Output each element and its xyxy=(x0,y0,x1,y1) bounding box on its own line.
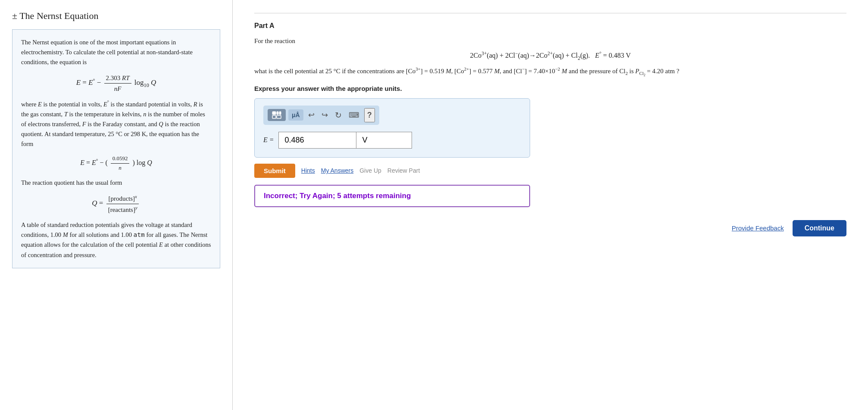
formula-simplified: E = E° − ( 0.0592 n ) log Q xyxy=(21,154,211,173)
answer-input[interactable] xyxy=(278,132,356,149)
my-answers-link[interactable]: My Answers xyxy=(321,167,353,174)
eq-label: E = xyxy=(263,136,274,144)
answer-container: μÅ ↩ ↪ ↻ ⌨ ? E = xyxy=(254,98,530,158)
feedback-box: Incorrect; Try Again; 5 attempts remaini… xyxy=(254,185,530,207)
layout-button[interactable] xyxy=(268,109,286,121)
hints-link[interactable]: Hints xyxy=(301,167,315,174)
undo-button[interactable]: ↩ xyxy=(306,109,317,121)
intro-text: The Nernst equation is one of the most i… xyxy=(21,37,211,68)
continue-button[interactable]: Continue xyxy=(793,220,846,236)
svg-rect-4 xyxy=(277,115,281,118)
nernst-info-box: The Nernst equation is one of the most i… xyxy=(12,29,220,268)
units-button[interactable]: μÅ xyxy=(288,109,303,121)
action-row: Submit Hints My Answers Give Up Review P… xyxy=(254,164,846,178)
unit-input[interactable] xyxy=(356,132,412,149)
review-part-text: Review Part xyxy=(387,167,420,174)
part-label: Part A xyxy=(254,22,846,30)
help-button[interactable]: ? xyxy=(364,108,375,122)
toolbar: μÅ ↩ ↪ ↻ ⌨ ? xyxy=(263,106,379,125)
refresh-button[interactable]: ↻ xyxy=(333,109,344,122)
keyboard-button[interactable]: ⌨ xyxy=(347,109,362,121)
page-title: ± The Nernst Equation xyxy=(12,10,220,22)
right-panel: Part A For the reaction 2Co3+(aq) + 2Cl−… xyxy=(233,0,868,410)
description3-text: A table of standard reduction potentials… xyxy=(21,220,211,260)
description2-text: The reaction quotient has the usual form xyxy=(21,178,211,188)
feedback-text: Incorrect; Try Again; 5 attempts remaini… xyxy=(264,192,411,200)
input-row: E = xyxy=(263,132,521,149)
provide-feedback-link[interactable]: Provide Feedback xyxy=(732,224,784,232)
left-panel: ± The Nernst Equation The Nernst equatio… xyxy=(0,0,233,410)
divider xyxy=(254,13,846,13)
give-up-text: Give Up xyxy=(359,167,381,174)
question-text: For the reaction 2Co3+(aq) + 2Cl−(aq)→2C… xyxy=(254,36,846,78)
svg-rect-1 xyxy=(277,112,278,115)
units-label: μÅ xyxy=(292,112,300,118)
submit-button[interactable]: Submit xyxy=(254,164,295,178)
description1-text: where E is the potential in volts, E° is… xyxy=(21,99,211,149)
for-reaction-label: For the reaction xyxy=(254,37,295,44)
svg-rect-3 xyxy=(272,115,276,118)
svg-rect-0 xyxy=(272,112,276,115)
formula-main: E = E° − 2.303 RT nF log10 Q xyxy=(21,73,211,94)
reaction-equation: 2Co3+(aq) + 2Cl−(aq)→2Co2+(aq) + Cl2(g).… xyxy=(254,50,846,62)
bottom-row: Provide Feedback Continue xyxy=(254,220,846,236)
express-label: Express your answer with the appropriate… xyxy=(254,85,846,92)
svg-rect-2 xyxy=(279,112,281,115)
redo-button[interactable]: ↪ xyxy=(319,109,330,121)
question-body: what is the cell potential at 25 °C if t… xyxy=(254,68,679,75)
formula-q: Q = [products]x [reactants]y xyxy=(21,193,211,215)
